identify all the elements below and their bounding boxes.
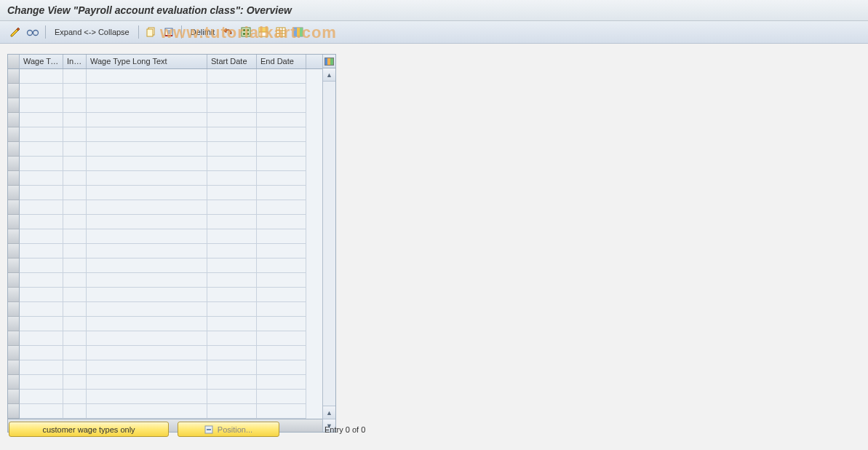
cell-inf[interactable] [63,84,87,98]
expand-collapse-button[interactable]: Expand <-> Collapse [52,28,132,36]
cell-inf[interactable] [63,113,87,127]
table-row[interactable] [8,288,322,302]
cell-inf[interactable] [63,331,87,346]
cell-long-text[interactable] [87,215,207,229]
table-row[interactable] [8,375,322,390]
cell-end-date[interactable] [257,69,306,84]
cell-long-text[interactable] [87,69,207,84]
cell-end-date[interactable] [257,404,306,419]
table-row[interactable] [8,258,322,273]
deselect-all-icon[interactable] [274,25,287,39]
position-button[interactable]: Position... [178,422,279,437]
customer-wage-types-button[interactable]: customer wage types only [9,422,169,437]
cell-wage-type[interactable] [20,84,63,98]
cell-long-text[interactable] [87,360,207,375]
row-selector-header[interactable] [8,55,20,68]
scroll-up-icon[interactable]: ▲ [323,68,335,82]
table-row[interactable] [8,69,322,84]
row-selector[interactable] [8,171,20,186]
scroll-down-icon[interactable]: ▲ [323,406,335,419]
cell-start-date[interactable] [207,273,257,288]
cell-start-date[interactable] [207,113,257,127]
cell-end-date[interactable] [257,390,306,404]
cell-wage-type[interactable] [20,142,63,157]
row-selector[interactable] [8,331,20,346]
cell-start-date[interactable] [207,360,257,375]
cell-end-date[interactable] [257,186,306,200]
table-row[interactable] [8,171,322,186]
row-selector[interactable] [8,317,20,331]
row-selector[interactable] [8,273,20,288]
cell-end-date[interactable] [257,127,306,142]
cell-end-date[interactable] [257,331,306,346]
cell-wage-type[interactable] [20,317,63,331]
row-selector[interactable] [8,69,20,84]
row-selector[interactable] [8,360,20,375]
cell-end-date[interactable] [257,113,306,127]
cell-wage-type[interactable] [20,113,63,127]
cell-wage-type[interactable] [20,157,63,171]
table-row[interactable] [8,186,322,200]
select-all-icon[interactable] [239,25,252,39]
table-row[interactable] [8,390,322,404]
cell-wage-type[interactable] [20,288,63,302]
scroll-track[interactable] [323,82,335,406]
cell-end-date[interactable] [257,215,306,229]
cell-end-date[interactable] [257,273,306,288]
table-row[interactable] [8,317,322,331]
table-config-icon[interactable] [323,55,335,68]
table-row[interactable] [8,142,322,157]
row-selector[interactable] [8,404,20,419]
cell-wage-type[interactable] [20,127,63,142]
cell-wage-type[interactable] [20,258,63,273]
cell-long-text[interactable] [87,244,207,258]
delete-icon[interactable] [162,25,175,39]
cell-end-date[interactable] [257,171,306,186]
cell-end-date[interactable] [257,84,306,98]
cell-inf[interactable] [63,186,87,200]
cell-long-text[interactable] [87,84,207,98]
cell-long-text[interactable] [87,404,207,419]
undo-icon[interactable] [222,25,235,39]
cell-end-date[interactable] [257,142,306,157]
cell-end-date[interactable] [257,346,306,360]
cell-long-text[interactable] [87,258,207,273]
row-selector[interactable] [8,200,20,215]
table-row[interactable] [8,273,322,288]
cell-inf[interactable] [63,98,87,113]
cell-start-date[interactable] [207,69,257,84]
cell-start-date[interactable] [207,258,257,273]
cell-start-date[interactable] [207,215,257,229]
cell-start-date[interactable] [207,346,257,360]
cell-inf[interactable] [63,346,87,360]
cell-long-text[interactable] [87,157,207,171]
cell-start-date[interactable] [207,200,257,215]
cell-long-text[interactable] [87,302,207,317]
cell-start-date[interactable] [207,229,257,244]
table-row[interactable] [8,84,322,98]
table-row[interactable] [8,157,322,171]
cell-wage-type[interactable] [20,404,63,419]
cell-inf[interactable] [63,390,87,404]
cell-start-date[interactable] [207,302,257,317]
cell-inf[interactable] [63,244,87,258]
cell-start-date[interactable] [207,84,257,98]
cell-wage-type[interactable] [20,98,63,113]
cell-start-date[interactable] [207,142,257,157]
cell-long-text[interactable] [87,113,207,127]
row-selector[interactable] [8,186,20,200]
row-selector[interactable] [8,390,20,404]
cell-inf[interactable] [63,288,87,302]
cell-end-date[interactable] [257,360,306,375]
row-selector[interactable] [8,127,20,142]
row-selector[interactable] [8,258,20,273]
col-end-date[interactable]: End Date [257,55,306,68]
row-selector[interactable] [8,288,20,302]
cell-wage-type[interactable] [20,171,63,186]
cell-inf[interactable] [63,157,87,171]
cell-wage-type[interactable] [20,331,63,346]
cell-start-date[interactable] [207,98,257,113]
cell-inf[interactable] [63,142,87,157]
cell-long-text[interactable] [87,171,207,186]
cell-end-date[interactable] [257,375,306,390]
